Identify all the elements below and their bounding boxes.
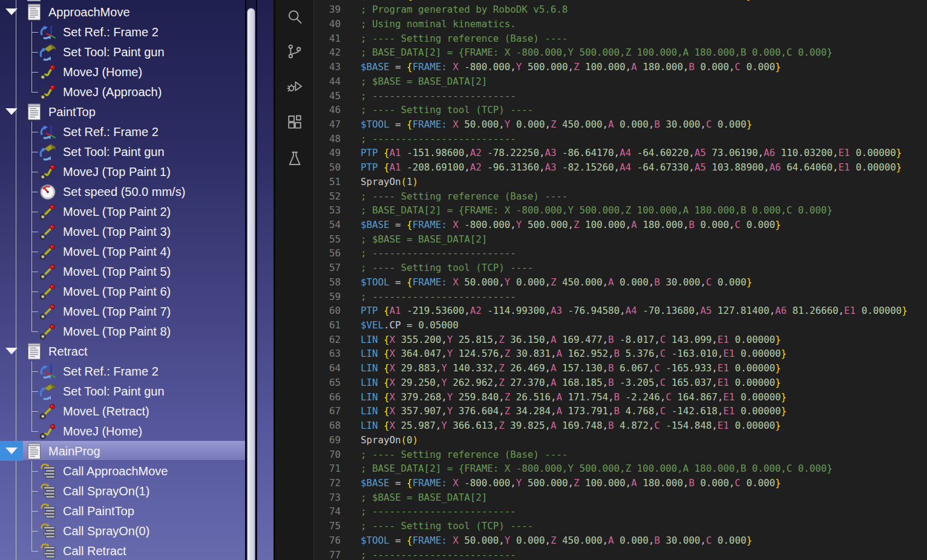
movel-icon [39, 243, 57, 261]
code-line: 40; Using nominal kinematics. [314, 17, 927, 31]
tree-row-label: MoveL (Top Paint 8) [63, 324, 171, 338]
source-control-icon[interactable] [286, 43, 303, 60]
line-number: 46 [314, 103, 341, 117]
tree-row[interactable]: Set Tool: Paint gun [0, 42, 245, 62]
line-number: 47 [314, 117, 341, 132]
tree-row[interactable]: Retract [0, 341, 245, 361]
clipped-row-fragment [27, 0, 41, 1]
tree-connector-tick [31, 92, 38, 93]
tree-row[interactable]: MoveL (Top Paint 3) [0, 221, 245, 241]
code-line: 53; BASE_DATA[2] = {FRAME: X -800.000,Y … [314, 203, 927, 218]
code-line: 45; ------------------------- [314, 89, 927, 103]
expander-arrow[interactable] [0, 102, 23, 122]
code-text: ; ---- Setting reference (Base) ---- [361, 31, 568, 46]
code-line: 42; BASE_DATA[2] = {FRAME: X -800.000,Y … [314, 45, 927, 60]
line-number: 67 [314, 404, 341, 418]
tree-connector-line [31, 82, 32, 92]
tree-connector-tick [31, 391, 38, 392]
code-text: ; BASE_DATA[2] = {FRAME: X -800.000,Y 50… [361, 461, 833, 476]
tree-row[interactable]: MoveL (Top Paint 5) [0, 261, 245, 281]
tree-row[interactable]: MoveJ (Home) [0, 62, 245, 82]
code-line: 57; ---- Setting tool (TCP) ---- [314, 261, 927, 275]
tree-row[interactable]: Call ApproachMove [0, 461, 245, 481]
tree-row[interactable]: Set Tool: Paint gun [0, 381, 245, 401]
code-text: ; BASE_DATA[2] = {FRAME: X -800.000,Y 50… [361, 45, 833, 60]
code-editor[interactable]: 38$TOOL = {FRAME: X 50.000,Y 0.000,Z 450… [313, 0, 927, 560]
movej-icon [39, 422, 57, 440]
tree-row[interactable]: PaintTop [0, 102, 245, 122]
code-text: $BASE = {FRAME: X -800.000,Y 500.000,Z 1… [361, 60, 781, 74]
call-icon [39, 522, 57, 540]
tree-connector-tick [31, 491, 38, 492]
tree-row[interactable]: MoveL (Top Paint 2) [0, 201, 245, 221]
line-number: 44 [314, 74, 341, 89]
tree-row[interactable]: Set Ref.: Frame 2 [0, 22, 245, 42]
program-icon [27, 3, 42, 21]
tree-row[interactable]: MoveL (Top Paint 7) [0, 301, 245, 321]
tree-connector-tick [31, 232, 38, 232]
expander-arrow[interactable] [0, 341, 23, 361]
line-number: 71 [314, 461, 341, 476]
call-icon [39, 482, 57, 500]
program-icon [27, 442, 42, 460]
movel-icon [39, 302, 57, 321]
code-text: SprayOn(1) [361, 175, 418, 189]
tree-row-label: Set Ref.: Frame 2 [63, 364, 159, 378]
code-line: 50PTP {A1 -208.69100,A2 -96.31360,A3 -82… [314, 160, 927, 175]
tree-row[interactable]: Set Ref.: Frame 2 [0, 122, 245, 142]
tree-row-label: Set Tool: Paint gun [63, 145, 165, 158]
tree-row-label: Set speed (50.0 mm/s) [63, 184, 185, 198]
tree-row[interactable]: MoveJ (Approach) [0, 82, 245, 102]
code-text: ; ---- Setting reference (Base) ---- [361, 189, 568, 204]
tree-row-label: MainProg [48, 444, 100, 458]
line-number: 45 [314, 89, 341, 103]
tree-row[interactable]: ApproachMove [0, 2, 245, 22]
tree-scrollbar-thumb[interactable] [247, 8, 255, 560]
code-text: ; ------------------------- [361, 132, 516, 146]
tree-row[interactable]: MoveL (Top Paint 6) [0, 281, 245, 301]
tree-connector-line [31, 421, 32, 431]
tree-row[interactable]: Call PaintTop [0, 501, 245, 521]
tree-row[interactable]: Call Retract [0, 541, 245, 560]
tree-connector-tick [31, 132, 38, 132]
tree-row[interactable]: Set Ref.: Frame 2 [0, 361, 245, 381]
tree-row[interactable]: Set Tool: Paint gun [0, 142, 245, 161]
extensions-icon[interactable] [286, 114, 303, 131]
code-text: LIN {X 29.250,Y 262.962,Z 27.370,A 168.1… [361, 376, 781, 390]
tree-row[interactable]: Call SprayOn(0) [0, 521, 245, 541]
code-text: $VEL.CP = 0.05000 [361, 318, 459, 333]
code-line: 67LIN {X 357.907,Y 376.604,Z 34.284,A 17… [314, 404, 927, 418]
tree-connector-tick [31, 72, 38, 73]
tree-row[interactable]: Call SprayOn(1) [0, 481, 245, 501]
code-line: 56; ------------------------- [314, 246, 927, 261]
tree-row[interactable]: MainProg [0, 441, 245, 461]
tree-row-label: Call PaintTop [63, 504, 134, 518]
tree-row[interactable]: MoveJ (Home) [0, 421, 245, 441]
line-number: 51 [314, 175, 341, 189]
tree-row[interactable]: MoveL (Top Paint 4) [0, 241, 245, 261]
tree-scrollbar[interactable] [245, 0, 257, 560]
expander-arrow[interactable] [0, 441, 23, 461]
tree-row[interactable]: MoveL (Top Paint 8) [0, 321, 245, 341]
expander-arrow[interactable] [0, 2, 23, 22]
run-debug-icon[interactable] [286, 78, 303, 95]
line-number: 72 [314, 476, 341, 490]
movel-icon [39, 223, 57, 241]
tree-row-label: MoveL (Top Paint 3) [63, 224, 171, 238]
line-number: 50 [314, 160, 341, 175]
code-line: 63LIN {X 364.047,Y 124.576,Z 30.831,A 16… [314, 347, 927, 361]
search-icon[interactable] [286, 8, 303, 25]
line-number: 65 [314, 376, 341, 390]
line-number: 63 [314, 347, 341, 361]
code-line: 44; $BASE = BASE_DATA[2] [314, 74, 927, 89]
code-text: ; Using nominal kinematics. [361, 17, 516, 31]
tree-connector-tick [31, 511, 38, 512]
code-text: ; ------------------------- [361, 504, 516, 519]
code-line: 74; ------------------------- [314, 504, 927, 519]
tree-connector-tick [31, 431, 38, 432]
testing-icon[interactable] [286, 150, 303, 167]
line-number: 42 [314, 45, 341, 60]
tree-row[interactable]: Set speed (50.0 mm/s) [0, 181, 245, 201]
tree-row[interactable]: MoveL (Retract) [0, 401, 245, 421]
tree-row[interactable]: MoveJ (Top Paint 1) [0, 161, 245, 181]
